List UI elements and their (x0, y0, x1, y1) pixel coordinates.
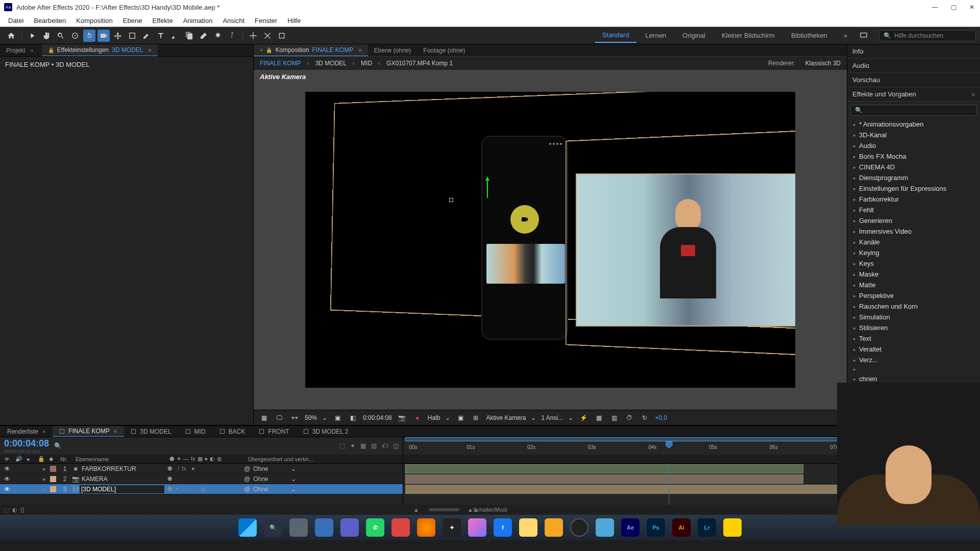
layer-color[interactable] (50, 476, 56, 482)
pickwhip-icon[interactable]: @ (244, 486, 250, 493)
tab-projekt[interactable]: Projekt × (0, 44, 42, 56)
world-axis-icon[interactable] (261, 30, 274, 42)
maximize-button[interactable]: ▢ (949, 3, 958, 11)
hand-tool-icon[interactable] (40, 30, 53, 42)
switch-col-icon[interactable]: ◐ (210, 456, 215, 462)
chevron-down-icon[interactable]: ⌄ (291, 486, 296, 493)
toggle-switches-icon[interactable]: ⬚ (4, 507, 9, 513)
effects-category[interactable]: ▸Text (850, 333, 977, 344)
track-bar[interactable] (405, 474, 803, 484)
timeline-tab[interactable]: 3D MODEL 2 (297, 426, 356, 437)
timecode-icon[interactable]: ⏱ (624, 414, 634, 422)
text-tool-icon[interactable] (155, 30, 167, 42)
tab-close-icon[interactable]: × (42, 429, 45, 435)
effects-category[interactable]: ▸Rauschen und Korn (850, 301, 977, 312)
pickwhip-icon[interactable]: @ (244, 475, 250, 483)
effects-category[interactable]: ▸Einstellungen für Expressions (850, 183, 977, 194)
effects-category[interactable]: ▸Matte (850, 280, 977, 290)
layer-switches[interactable]: ⬟/fx● (164, 465, 239, 472)
zoom-slider[interactable] (429, 508, 459, 511)
effects-category[interactable]: ▸Veraltet (850, 344, 977, 355)
resolution-chevron-icon[interactable]: ⌄ (445, 414, 450, 421)
views-chevron-icon[interactable]: ⌄ (568, 414, 573, 421)
home-icon[interactable] (5, 30, 17, 42)
audio-column-icon[interactable]: 🔊 (15, 456, 22, 462)
layer-color[interactable] (50, 466, 56, 472)
menu-fenster[interactable]: Fenster (250, 15, 282, 27)
grid-icon[interactable]: ▦ (259, 414, 269, 422)
exposure-value[interactable]: +0,0 (655, 414, 667, 421)
safe-zones-icon[interactable]: ▣ (455, 414, 465, 422)
switch-col-icon[interactable]: ● (205, 456, 208, 462)
photoshop-app[interactable]: Ps (647, 518, 665, 537)
layer-switches[interactable]: ⬟✦—◍ (164, 486, 239, 492)
switch-col-icon[interactable]: — (183, 456, 189, 462)
fast-preview-icon[interactable]: ⚡ (578, 414, 589, 422)
menu-animation[interactable]: Animation (178, 15, 218, 27)
rotation-tool-icon[interactable] (83, 30, 95, 42)
timeline-tab[interactable]: 3D MODEL (124, 426, 178, 437)
clone-tool-icon[interactable] (183, 30, 195, 42)
visibility-toggle[interactable]: 👁 (0, 465, 14, 472)
toggle-switches-icon[interactable]: ◐ (12, 507, 17, 513)
timeline-current-time[interactable]: 0:00:04:08 (4, 438, 49, 449)
zoom-out-icon[interactable]: ▲ (413, 507, 419, 513)
anchor-point-icon[interactable] (449, 198, 453, 202)
workspace-lernen[interactable]: Lernen (639, 29, 673, 42)
camera-chevron-icon[interactable]: ⌄ (531, 414, 536, 421)
motion-blur-icon[interactable]: ✦ (350, 442, 355, 449)
brush-tool-icon[interactable] (169, 30, 181, 42)
firefox-app[interactable] (417, 518, 435, 537)
panel-menu-icon[interactable]: ≡ (972, 91, 975, 97)
transparency-icon[interactable]: ▣ (332, 414, 342, 422)
effects-category[interactable]: ▸Dienstprogramm (850, 172, 977, 183)
screen-icon[interactable] (857, 30, 870, 42)
bc-mid[interactable]: MID (361, 60, 372, 67)
app-red[interactable] (391, 518, 410, 537)
effects-category[interactable]: ▸Keying (850, 247, 977, 258)
lightroom-app[interactable]: Lr (698, 518, 716, 537)
visibility-toggle[interactable]: 👁 (0, 486, 14, 493)
layer-color[interactable] (50, 486, 56, 492)
switch-col-icon[interactable]: ▦ (198, 456, 203, 462)
tab-komposition[interactable]: × 🔒 Komposition FINALE KOMP ≡ (254, 44, 368, 56)
effects-category[interactable]: ▸CINEMA 4D (850, 162, 977, 172)
eraser-tool-icon[interactable] (198, 30, 210, 42)
search-button[interactable]: 🔍 (264, 518, 282, 537)
play-icon[interactable] (26, 30, 38, 42)
timeline-search[interactable]: 🔍 (54, 442, 334, 449)
menu-ansicht[interactable]: Ansicht (217, 15, 250, 27)
illustrator-app[interactable]: Ai (672, 518, 691, 537)
menu-datei[interactable]: Datei (3, 15, 29, 27)
twirl-icon[interactable]: ▸ (43, 486, 46, 493)
workspace-more-icon[interactable]: » (837, 29, 854, 42)
help-search-input[interactable]: 🔍 Hilfe durchsuchen (879, 30, 976, 41)
menu-ebene[interactable]: Ebene (118, 15, 148, 27)
panel-menu-icon[interactable]: ≡ (356, 47, 361, 53)
viewport[interactable]: Aktive Kamera (254, 70, 847, 410)
tab-effekteinstellungen[interactable]: 🔒 Effekteinstellungen 3D MODEL ≡ (42, 44, 158, 56)
menu-bearbeiten[interactable]: Bearbeiten (29, 15, 71, 27)
effects-category[interactable]: ▸Maske (850, 269, 977, 280)
switch-col-icon[interactable]: ⬟ (169, 456, 175, 462)
tab-projekt-close-icon[interactable]: × (28, 47, 35, 54)
label-column-icon[interactable]: ◆ (49, 456, 56, 462)
panel-info[interactable]: Info (847, 44, 980, 59)
lock-column-icon[interactable]: 🔒 (38, 456, 45, 462)
zoom-chevron-icon[interactable]: ⌄ (322, 414, 327, 421)
twirl-icon[interactable]: ▸ (43, 475, 46, 483)
workspace-standard[interactable]: Standard (595, 28, 636, 43)
effects-category[interactable]: ▸Perspektive (850, 290, 977, 301)
twirl-icon[interactable]: ▸ (43, 465, 46, 472)
eye-column-icon[interactable]: 👁 (4, 456, 11, 462)
minimize-button[interactable]: — (931, 3, 939, 11)
effects-category[interactable]: ▸Verz... (850, 355, 977, 365)
effects-category[interactable]: ▸Boris FX Mocha (850, 151, 977, 162)
layer-name[interactable]: [3D MODEL] (80, 485, 164, 493)
composition-canvas[interactable] (305, 92, 795, 388)
y-axis-arrow-icon[interactable] (487, 178, 488, 198)
bc-3d-model[interactable]: 3D MODEL (315, 60, 347, 67)
explorer-app[interactable] (315, 518, 333, 537)
timeline-tab[interactable]: BACK (213, 426, 253, 437)
app-yellow[interactable] (723, 518, 742, 537)
